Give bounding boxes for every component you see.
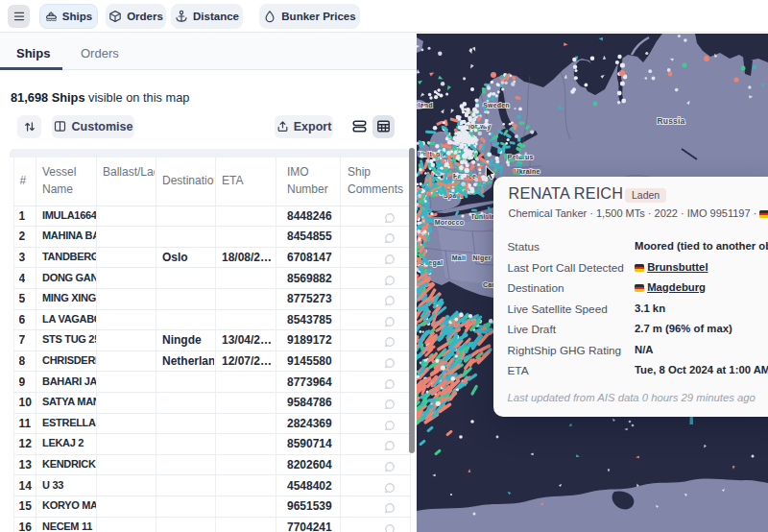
- svg-text:Mali: Mali: [452, 254, 466, 261]
- svg-text:Sweden: Sweden: [483, 102, 510, 109]
- svg-text:Morocco: Morocco: [435, 219, 465, 226]
- svg-text:Russia: Russia: [657, 116, 684, 126]
- svg-text:Niger: Niger: [473, 254, 492, 262]
